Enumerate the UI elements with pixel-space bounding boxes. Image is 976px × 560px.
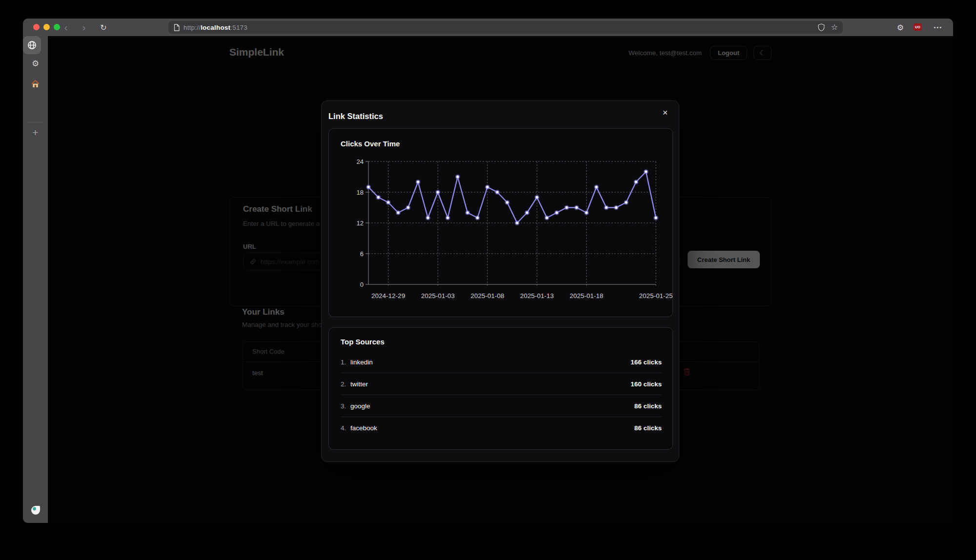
minimize-window-button[interactable] (43, 24, 50, 30)
address-bar[interactable]: http://localhost:5173 ☆ (168, 21, 843, 34)
browser-toolbar: ‹ › ↻ http://localhost:5173 ☆ ⚙ UO ••• (23, 19, 953, 36)
svg-text:2025-01-18: 2025-01-18 (569, 292, 603, 300)
clicks-over-time-card: Clicks Over Time 061218242024-12-292025-… (328, 128, 673, 317)
source-clicks: 160 clicks (630, 380, 662, 388)
svg-text:2024-12-29: 2024-12-29 (371, 292, 405, 300)
close-window-button[interactable] (33, 24, 40, 30)
page-icon (174, 24, 180, 31)
svg-text:2025-01-03: 2025-01-03 (421, 292, 455, 300)
page-content: SimpleLink Welcome, test@test.com Logout… (48, 36, 953, 523)
sidebar-home-icon[interactable] (23, 80, 48, 88)
extensions-icon[interactable]: ⚙ (895, 19, 906, 36)
top-sources-list: 1. linkedin 166 clicks 2. twitter 160 cl… (341, 351, 662, 439)
url-text: http://localhost:5173 (183, 24, 247, 31)
window-controls (33, 24, 60, 30)
workspace-logo-icon[interactable] (23, 505, 48, 515)
source-clicks: 166 clicks (630, 359, 662, 366)
new-tab-button[interactable]: + (23, 127, 48, 139)
bookmark-star-icon[interactable]: ☆ (831, 23, 838, 31)
source-row: 2. twitter 160 clicks (341, 373, 662, 395)
source-name: linkedin (350, 359, 373, 366)
svg-text:12: 12 (357, 220, 364, 227)
svg-text:24: 24 (357, 158, 364, 165)
svg-text:2025-01-08: 2025-01-08 (470, 292, 504, 300)
svg-text:6: 6 (360, 250, 364, 258)
source-rank: 3. (341, 402, 350, 410)
top-sources-title: Top Sources (341, 338, 385, 346)
sidebar-settings-gear-icon[interactable]: ⚙ (23, 59, 48, 69)
tracking-shield-icon[interactable] (818, 23, 825, 31)
source-row: 3. google 86 clicks (341, 395, 662, 417)
source-rank: 1. (341, 359, 350, 366)
modal-title: Link Statistics (328, 112, 383, 121)
source-clicks: 86 clicks (634, 402, 662, 410)
source-rank: 4. (341, 424, 350, 432)
browser-sidebar: ⚙ + (23, 36, 48, 523)
svg-text:18: 18 (357, 189, 364, 196)
svg-text:2025-01-13: 2025-01-13 (520, 292, 554, 300)
ublock-extension-icon[interactable]: UO (914, 23, 922, 31)
overflow-menu-icon[interactable]: ••• (934, 19, 942, 36)
modal-close-button[interactable]: × (659, 107, 671, 119)
source-clicks: 86 clicks (634, 424, 662, 432)
source-row: 1. linkedin 166 clicks (341, 351, 662, 373)
source-name: twitter (350, 380, 368, 388)
top-sources-card: Top Sources 1. linkedin 166 clicks 2. tw… (328, 327, 673, 450)
svg-text:0: 0 (360, 281, 364, 288)
reload-button[interactable]: ↻ (97, 19, 110, 36)
source-row: 4. facebook 86 clicks (341, 417, 662, 439)
sidebar-tab-active-globe[interactable] (23, 36, 41, 54)
back-button[interactable]: ‹ (60, 19, 72, 36)
svg-text:2025-01-25: 2025-01-25 (639, 292, 672, 300)
link-statistics-modal: Link Statistics × Clicks Over Time 06121… (321, 100, 679, 462)
forward-button[interactable]: › (78, 19, 90, 36)
sidebar-divider (28, 122, 43, 122)
clicks-chart-svg: 061218242024-12-292025-01-032025-01-0820… (329, 129, 673, 318)
source-rank: 2. (341, 380, 350, 388)
source-name: google (350, 402, 370, 410)
globe-icon (27, 40, 37, 50)
close-icon: × (663, 108, 668, 118)
browser-window: ‹ › ↻ http://localhost:5173 ☆ ⚙ UO ••• ⚙ (23, 19, 953, 523)
source-name: facebook (350, 424, 377, 432)
